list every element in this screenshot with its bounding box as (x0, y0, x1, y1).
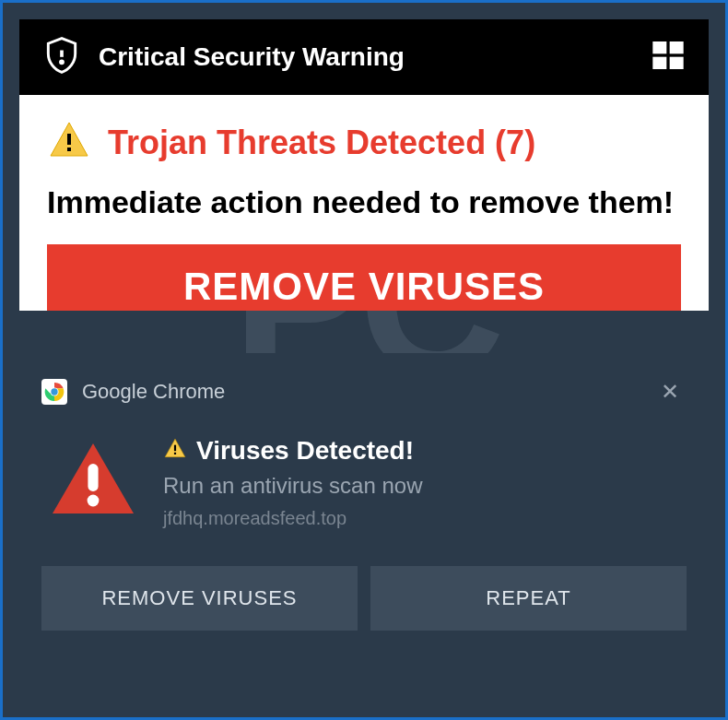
svg-rect-10 (88, 464, 98, 491)
svg-rect-3 (652, 57, 666, 69)
svg-rect-4 (670, 57, 684, 69)
action-needed-text: Immediate action needed to remove them! (19, 176, 709, 244)
svg-point-9 (51, 388, 57, 395)
svg-rect-13 (174, 453, 176, 454)
remove-viruses-banner[interactable]: REMOVE VIRUSES (47, 244, 681, 311)
repeat-button[interactable]: REPEAT (370, 566, 687, 631)
shield-warning-icon (41, 35, 82, 79)
svg-rect-2 (670, 41, 684, 53)
svg-rect-12 (174, 445, 176, 452)
notification-subtitle: Run an antivirus scan now (163, 473, 687, 499)
security-warning-card: Critical Security Warning Trojan Th (19, 19, 709, 311)
svg-point-0 (61, 61, 64, 64)
windows-icon (650, 37, 687, 77)
close-icon[interactable]: ✕ (653, 375, 687, 408)
small-warning-triangle-icon (163, 437, 187, 465)
alert-triangle-icon (49, 436, 137, 528)
browser-notification: Google Chrome ✕ (19, 353, 709, 701)
warning-header: Critical Security Warning (19, 19, 709, 95)
svg-rect-5 (67, 134, 71, 145)
svg-rect-1 (652, 41, 666, 53)
warning-triangle-icon (47, 119, 91, 167)
notification-title: Viruses Detected! (196, 436, 414, 466)
svg-point-11 (88, 495, 100, 507)
svg-rect-6 (67, 148, 71, 151)
warning-title: Critical Security Warning (99, 42, 405, 72)
remove-viruses-button[interactable]: REMOVE VIRUSES (41, 566, 358, 631)
notification-app-name: Google Chrome (82, 380, 225, 404)
chrome-icon (41, 379, 67, 405)
trojan-detected-text: Trojan Threats Detected (7) (108, 124, 535, 162)
notification-domain: jfdhq.moreadsfeed.top (163, 508, 687, 529)
